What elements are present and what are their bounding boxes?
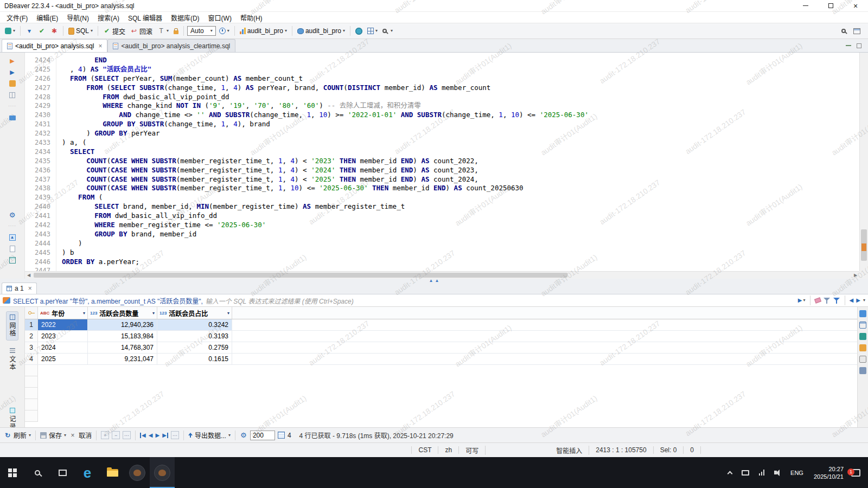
schema-selector[interactable]: audit_bi_pro▾ [296,26,347,36]
globe-button[interactable] [354,27,364,36]
new-file-icon[interactable] [8,245,17,253]
cancel-button[interactable]: ×取消 [69,431,92,440]
history-button[interactable]: ▾ [218,27,231,35]
connection-button[interactable]: ▾ [3,27,17,35]
connection-selector[interactable]: audit_bi_pro▾ [238,26,289,36]
commit-button[interactable]: ✔提交 [101,25,127,37]
view-tab-record[interactable]: 记录 [6,404,18,427]
column-header-member-count[interactable]: 123 活跃会员数量 ▾ [88,307,157,319]
sql-menu-button[interactable]: SQL▾ [67,26,94,36]
value-panel-icon[interactable] [859,310,866,317]
scrollbar-thumb[interactable] [34,273,567,278]
view-tab-text[interactable]: 文本 [6,345,18,374]
tab-analysis-sql[interactable]: <audit_bi_pro> analysis.sql × [2,39,107,52]
code-line[interactable]: 2442 WHERE member_register_time <= '2025… [25,221,859,230]
messages-icon[interactable] [8,114,17,121]
chart-panel-icon[interactable] [859,367,866,374]
table-cell[interactable]: 0.1615 [157,354,232,364]
delete-row-icon[interactable]: − [112,431,120,439]
save-filter-icon[interactable] [833,297,840,304]
filter-query-text[interactable]: SELECT a.perYear "年份", a.member_count_t … [13,296,203,305]
code-line[interactable]: 2446ORDER BY a.perYear; [25,258,859,267]
metadata-panel-icon[interactable] [859,344,866,351]
menu-help[interactable]: 帮助(H) [236,12,267,23]
vertical-scrollbar[interactable] [859,53,868,271]
code-line[interactable]: 2441 FROM dwd_basic_all_vip_info_dd [25,211,859,221]
menu-sql-editor[interactable]: SQL 编辑器 [124,12,167,23]
rollback-quick-button[interactable]: ✱ [49,25,60,36]
code-line[interactable]: 2444 ) [25,239,859,248]
export-data-button[interactable]: 导出数据...▾ [188,431,231,440]
result-settings-gear-icon[interactable]: ⚙ [240,431,247,440]
output-panel-icon[interactable] [8,91,17,99]
table-cell[interactable]: 0.2759 [157,342,232,353]
scroll-left-icon[interactable]: ◀ [25,272,33,279]
menu-navigate[interactable]: 导航(N) [62,12,93,23]
next-row-icon[interactable]: ▶ [155,433,159,438]
grid-panel-icon[interactable] [859,322,866,329]
code-line[interactable]: 2426 FROM (SELECT perYear, SUM(member_co… [25,74,859,84]
last-row-icon[interactable]: ▶ [162,433,168,438]
column-header-year[interactable]: ABC 年份 ▾ [38,307,88,319]
table-cell[interactable]: 12,940,236 [88,319,157,330]
commit-mode-combo[interactable]: Auto▾ [187,26,216,36]
menu-window[interactable]: 窗口(W) [204,12,236,23]
table-cell[interactable]: 0.3193 [157,331,232,342]
column-header-member-ratio[interactable]: 123 活跃会员占比 ▾ [157,307,232,319]
task-view-button[interactable] [50,457,75,488]
row-number[interactable]: 3 [25,342,38,353]
code-line[interactable]: 2440 SELECT brand, member_id, MIN(member… [25,202,859,211]
execute-script-icon[interactable]: ▶ [8,68,17,76]
execute-icon[interactable]: ▶ [8,57,17,65]
tab-close-icon[interactable]: × [28,285,32,292]
code-line[interactable]: 2428 FROM dwd_basic_all_vip_point_dd [25,93,859,102]
explain-plan-icon[interactable] [8,80,17,87]
sash-up-icon[interactable]: ▲ [429,279,433,282]
rollback-button[interactable]: ↩回滚 [129,25,154,37]
table-cell[interactable]: 9,231,047 [88,354,157,364]
menu-file[interactable]: 文件(F) [2,12,32,23]
quick-search-icon[interactable] [841,29,846,33]
fetch-size-input[interactable] [250,431,275,440]
editor-results-sash[interactable]: ▲ ▲ [0,279,868,282]
table-row[interactable]: 1202212,940,2360.3242 [25,319,857,331]
apply-filter-icon[interactable]: ▶ [798,298,802,303]
menu-database[interactable]: 数据库(D) [167,12,204,23]
lock-button[interactable] [172,27,180,35]
first-row-icon[interactable]: ◀ [140,433,146,438]
grid-panel-icon[interactable] [8,256,17,264]
code-line[interactable]: 2430 AND change_time <> '' AND SUBSTR(ch… [25,111,859,120]
code-line[interactable]: 2424 END [25,56,859,65]
edit-filter-icon[interactable] [824,297,831,304]
scroll-right-icon[interactable]: ▶ [852,272,859,279]
minimize-panel-icon[interactable] [846,45,851,46]
dbeaver-taskbar-button-active[interactable] [150,457,175,488]
network-tray-button[interactable] [754,457,770,488]
chevron-down-icon[interactable]: ▾ [803,298,806,303]
calc-panel-icon[interactable] [859,333,866,340]
table-row[interactable]: 2202315,183,9840.3193 [25,331,857,342]
goto-row-icon[interactable]: ⋯ [171,431,179,439]
menu-search[interactable]: 搜索(A) [93,12,124,23]
filter-caret-icon[interactable]: ▾ [227,311,229,316]
minimize-button[interactable] [793,0,818,11]
add-row-icon[interactable]: + [101,431,109,439]
table-cell[interactable]: 2023 [38,331,88,342]
code-line[interactable]: 2445) b [25,248,859,258]
code-line[interactable]: 2447 [25,266,859,271]
code-line[interactable]: 2435 COUNT(CASE WHEN SUBSTR(member_regis… [25,157,859,166]
table-cell[interactable]: 2022 [38,319,88,330]
filter-caret-icon[interactable]: ▾ [152,311,155,316]
display-tray-button[interactable] [737,457,754,488]
input-language-button[interactable]: ENG [786,457,808,488]
action-center-button[interactable]: 1 [851,469,860,477]
transaction-filter-button[interactable]: T▾ [156,25,170,36]
sql-editor-lines[interactable]: 2424 END2425 , 4) AS "活跃会员占比"2426 FROM (… [25,53,859,271]
code-line[interactable]: 2431 GROUP BY SUBSTR(change_time, 1, 4),… [25,120,859,129]
file-explorer-button[interactable] [100,457,125,488]
grid-corner[interactable] [25,307,38,319]
export-result-icon[interactable]: ▲ [8,234,17,241]
code-line[interactable]: 2433) a, ( [25,138,859,147]
history-forward-icon[interactable]: ▶ [856,298,860,303]
code-line[interactable]: 2439 FROM ( [25,193,859,202]
